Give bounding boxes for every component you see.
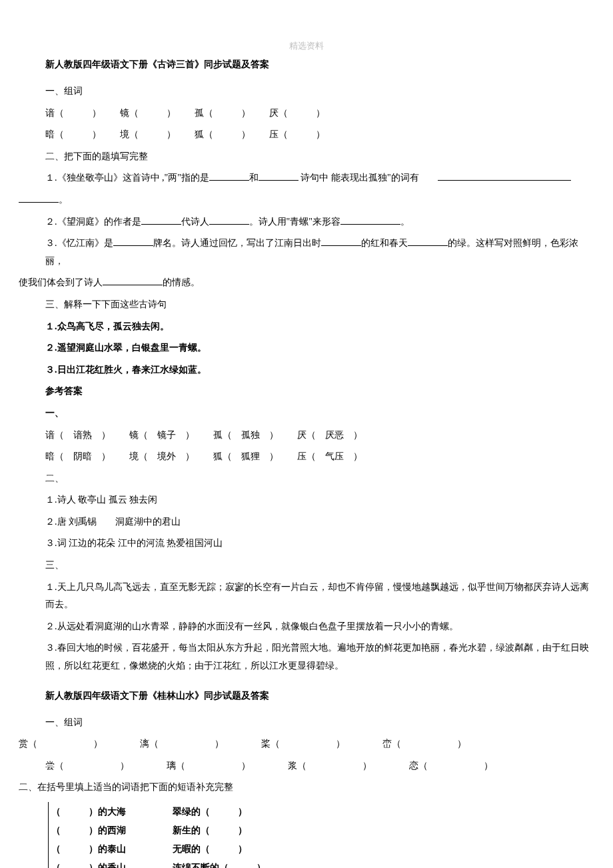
table-row: （ ）的香山 连绵不断的（ ） <box>51 858 594 868</box>
text: ２.《望洞庭》的作者是 <box>45 217 141 227</box>
s1-answers-label: 参考答案 <box>19 383 594 401</box>
s2-q1-row2: 尝（ ） 璃（ ） 浆（ ） 恋（ ） <box>19 757 594 775</box>
section2-title: 新人教版四年级语文下册《桂林山水》同步试题及答案 <box>19 690 594 702</box>
table-row: （ ）的大海 翠绿的（ ） <box>51 802 594 821</box>
s1-q3-2: ２.遥望洞庭山水翠，白银盘里一青螺。 <box>19 339 594 357</box>
s1-a1-row1: 谙（ 谙熟 ） 镜（ 镜子 ） 孤（ 孤独 ） 厌（ 厌恶 ） <box>19 427 594 445</box>
s1-a3-3: ３.春回大地的时候，百花盛开，每当太阳从东方升起，阳光普照大地。遍地开放的鲜花更… <box>19 639 594 675</box>
blank <box>103 285 163 285</box>
blank <box>113 245 153 246</box>
phrase-table: （ ）的大海 翠绿的（ ） （ ）的西湖 新生的（ ） （ ）的泰山 无暇的（ … <box>48 802 594 868</box>
s2-q2-label: 二、在括号里填上适当的词语把下面的短语补充完整 <box>19 779 594 797</box>
s1-q1-row1: 谙（ ） 镜（ ） 孤（ ） 厌（ ） <box>19 105 594 123</box>
blank <box>19 202 59 203</box>
s1-a3-2: ２.从远处看洞庭湖的山水青翠，静静的水面没有一丝风，就像银白色盘子里摆放着一只小… <box>19 618 594 636</box>
blank <box>408 245 448 246</box>
s1-q2-3-cont: 使我们体会到了诗人的情感。 <box>19 274 594 292</box>
s1-a2-label: 二、 <box>19 470 594 488</box>
text: 诗句中 能表现出孤独"的词有 <box>299 173 419 183</box>
text: 。 <box>59 195 68 205</box>
text: 的情感。 <box>163 277 200 287</box>
s1-q2-label: 二、把下面的题填写完整 <box>19 148 594 166</box>
s1-a2-3: ３.词 江边的花朵 江中的河流 热爱祖国河山 <box>19 535 594 553</box>
text: １.《独坐敬亭山》这首诗中 ,"两"指的是 <box>45 173 209 183</box>
s1-a2-1: １.诗人 敬亭山 孤云 独去闲 <box>19 491 594 509</box>
text: 。诗人用"青螺"来形容 <box>249 217 340 227</box>
blank <box>321 245 361 246</box>
s1-a3-1: １.天上几只鸟儿高飞远去，直至无影无踪；寂寥的长空有一片白云，却也不肯停留，慢慢… <box>19 579 594 614</box>
watermark-top: 精选资料 <box>19 40 594 52</box>
text: 牌名。诗人通过回忆，写出了江南日出时 <box>153 238 321 248</box>
blank <box>438 180 571 181</box>
s2-q1-label: 一、组词 <box>19 714 594 732</box>
section1-title: 新人教版四年级语文下册《古诗三首》同步试题及答案 <box>19 59 594 71</box>
text: 的红和春天 <box>361 238 408 248</box>
s1-a2-2: ２.唐 刘禹锡 洞庭湖中的君山 <box>19 513 594 531</box>
text: 代诗人 <box>181 217 209 227</box>
blank <box>209 180 249 181</box>
blank <box>209 224 249 225</box>
table-row: （ ）的西湖 新生的（ ） <box>51 821 594 839</box>
s1-q2-2: ２.《望洞庭》的作者是代诗人。诗人用"青螺"来形容。 <box>19 213 594 231</box>
blank <box>259 180 299 181</box>
s1-q2-1-cont: 。 <box>19 191 594 209</box>
s1-q1-row2: 暗（ ） 境（ ） 狐（ ） 压（ ） <box>19 126 594 144</box>
text: ３.《忆江南》是 <box>45 238 113 248</box>
s1-a1-label: 一、 <box>19 405 594 423</box>
text: 。 <box>400 217 410 227</box>
s1-q3-label: 三、解释一下下面这些古诗句 <box>19 296 594 314</box>
text: 和 <box>249 173 259 183</box>
table-row: （ ）的泰山 无暇的（ ） <box>51 839 594 858</box>
s1-a1-row2: 暗（ 阴暗 ） 境（ 境外 ） 狐（ 狐狸 ） 压（ 气压 ） <box>19 448 594 466</box>
s1-a3-label: 三、 <box>19 557 594 575</box>
s2-q1-row1: 赏（ ） 漓（ ） 桨（ ） 峦（ ） <box>19 735 594 753</box>
s1-q1-label: 一、组词 <box>19 83 594 101</box>
s1-q2-3: ３.《忆江南》是牌名。诗人通过回忆，写出了江南日出时的红和春天的绿。这样写对照鲜… <box>19 235 594 270</box>
s1-q3-1: １.众鸟高飞尽，孤云独去闲。 <box>19 318 594 336</box>
s1-q3-3: ３.日出江花红胜火，春来江水绿如蓝。 <box>19 361 594 379</box>
blank <box>340 224 400 225</box>
blank <box>141 224 181 225</box>
text: 使我们体会到了诗人 <box>19 277 103 287</box>
s1-q2-1: １.《独坐敬亭山》这首诗中 ,"两"指的是和 诗句中 能表现出孤独"的词有 <box>19 169 594 187</box>
